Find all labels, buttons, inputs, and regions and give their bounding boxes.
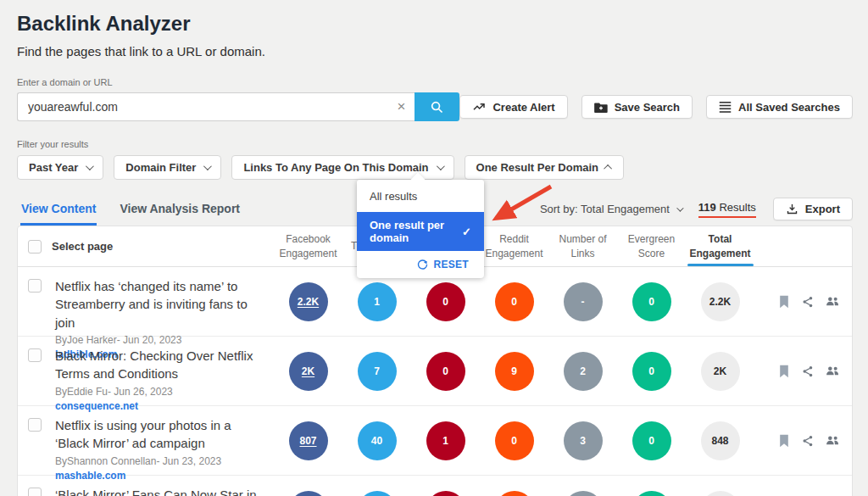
create-alert-button[interactable]: Create Alert (459, 95, 567, 119)
all-saved-searches-button[interactable]: All Saved Searches (706, 95, 853, 119)
bookmark-icon[interactable] (778, 434, 790, 448)
column-label-line2: Engagement (279, 247, 337, 261)
row-checkbox[interactable] (28, 418, 42, 432)
metric-value: 7 (374, 365, 380, 377)
download-icon (786, 203, 798, 215)
export-button[interactable]: Export (773, 198, 853, 220)
column-header-4[interactable]: Number ofLinks (548, 226, 617, 266)
chevron-down-icon (676, 204, 683, 211)
metric-circle-6: 2.2K (701, 282, 740, 321)
filter-results-label: Filter your results (17, 139, 853, 149)
metric-circle-2: 0 (426, 282, 465, 321)
metric-value: 2.2K (709, 296, 731, 308)
results-count: 119 Results (698, 201, 756, 218)
metric-circle-3: 9 (495, 352, 534, 391)
result-title[interactable]: Netflix is using your photos in a ‘Black… (55, 416, 264, 453)
metric-value: 9 (511, 365, 517, 377)
column-header-3[interactable]: RedditEngagement (480, 226, 548, 266)
folder-plus-icon (594, 101, 608, 114)
chevron-down-icon (203, 162, 212, 170)
column-label-line2: Score (638, 247, 665, 261)
column-header-6[interactable]: TotalEngagement (686, 226, 754, 266)
metric-value: 0 (648, 296, 654, 308)
metric-circle-5: 0 (632, 352, 671, 391)
table-row: Netflix is using your photos in a ‘Black… (18, 406, 852, 476)
metric-circle-6 (701, 491, 740, 496)
column-label-line2: Engagement (689, 247, 750, 261)
column-label-line1: Reddit (499, 232, 529, 247)
tab-view-content[interactable]: View Content (20, 197, 97, 226)
metric-circle-4: 3 (564, 421, 603, 460)
metric-circle-0[interactable]: 807 (289, 421, 328, 460)
users-icon[interactable] (826, 365, 839, 376)
column-label-line1: Total (709, 232, 732, 247)
metric-circle-4: - (564, 282, 603, 321)
metric-circle-3: 0 (495, 282, 534, 321)
filter-pill-label: Past Year (29, 161, 78, 174)
metric-value: 40 (371, 435, 382, 447)
users-icon[interactable] (826, 296, 839, 307)
one-result-per-domain-menu: All resultsOne result per domain✓ RESET (357, 180, 484, 278)
row-checkbox[interactable] (28, 348, 42, 362)
dropdown-option-all-results[interactable]: All results (357, 180, 484, 212)
page-subtitle: Find the pages that link to a URL or dom… (17, 44, 853, 59)
chevron-up-icon (604, 164, 612, 173)
share-icon[interactable] (802, 365, 814, 377)
metric-circle-1: 7 (358, 352, 397, 391)
metric-circle-2: 0 (426, 352, 465, 391)
result-title[interactable]: Netflix has ‘changed its name’ to Stream… (55, 277, 264, 332)
select-all-checkbox[interactable] (28, 240, 42, 254)
column-label-line1: Facebook (286, 232, 331, 247)
chevron-down-icon (86, 162, 94, 170)
filter-pill-label: Links To Any Page On This Domain (243, 161, 428, 174)
result-title[interactable]: Black Mirror: Checking Over Netflix Term… (55, 347, 264, 383)
column-label-line2: Links (570, 247, 594, 261)
metric-circle-0[interactable]: 2K (289, 352, 328, 391)
search-button[interactable] (415, 92, 459, 121)
row-checkbox[interactable] (28, 279, 42, 293)
sort-by-dropdown[interactable]: Sort by: Total Engagement (540, 203, 682, 215)
filter-pill-label: Domain Filter (125, 161, 196, 174)
tab-view-analysis-report[interactable]: View Analysis Report (119, 197, 241, 226)
metric-value: 0 (442, 365, 448, 377)
metric-value: 2K (302, 365, 314, 377)
result-byline: ByShannon Connellan- Jun 23, 2023 (55, 455, 264, 467)
metric-value: 0 (648, 435, 654, 447)
bookmark-icon[interactable] (778, 295, 790, 309)
metric-value: 0 (511, 435, 517, 447)
metric-value: 2K (714, 365, 726, 377)
filter-pills: Past YearDomain FilterLinks To Any Page … (17, 155, 853, 180)
result-byline: ByEddie Fu- Jun 26, 2023 (55, 386, 264, 398)
filter-pill-domain-filter[interactable]: Domain Filter (114, 155, 221, 180)
metric-value: 0 (442, 296, 448, 308)
column-header-0[interactable]: FacebookEngagement (274, 226, 342, 266)
share-icon[interactable] (802, 435, 814, 447)
metric-value: - (581, 296, 585, 308)
reset-filter-button[interactable]: RESET (357, 251, 484, 278)
filter-pill-past-year[interactable]: Past Year (17, 155, 103, 180)
metric-circle-5: 0 (632, 282, 671, 321)
metric-value: 1 (442, 435, 448, 447)
save-search-button[interactable]: Save Search (581, 95, 693, 119)
column-label-line2: Engagement (485, 247, 542, 261)
filter-pill-one-result-per-domain[interactable]: One Result Per Domain (465, 155, 624, 180)
metric-circle-2: 1 (426, 421, 465, 460)
row-checkbox[interactable] (28, 488, 42, 496)
metric-circle-0[interactable]: 2.2K (289, 282, 328, 321)
clear-input-icon[interactable]: × (398, 98, 406, 115)
bookmark-icon[interactable] (778, 365, 790, 378)
metric-value: 807 (299, 435, 316, 447)
metric-circle-2 (426, 491, 465, 496)
share-icon[interactable] (802, 296, 814, 308)
search-input[interactable] (17, 92, 415, 121)
select-page-label: Select page (52, 240, 113, 253)
filter-pill-label: One Result Per Domain (476, 161, 598, 174)
dropdown-option-label: All results (370, 190, 417, 203)
result-title[interactable]: ‘Black Mirror’ Fans Can Now Star in Thei… (55, 486, 264, 496)
dropdown-option-one-result-per-domain[interactable]: One result per domain✓ (357, 212, 484, 251)
metric-circle-6: 2K (701, 352, 740, 391)
metric-value: 1 (374, 296, 380, 308)
metric-value: 0 (511, 296, 517, 308)
users-icon[interactable] (826, 435, 839, 446)
column-header-5[interactable]: EvergreenScore (617, 226, 686, 266)
